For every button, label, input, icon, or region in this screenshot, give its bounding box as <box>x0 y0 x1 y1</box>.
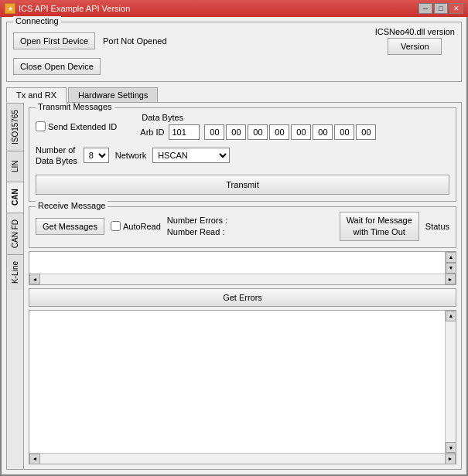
receive-scroll-up[interactable]: ▲ <box>446 252 456 263</box>
wait-for-message-button[interactable]: Wait for Message with Time Out <box>340 212 419 241</box>
connecting-group: Connecting Open First Device Port Not Op… <box>6 22 462 82</box>
receive-scroll-down[interactable]: ▼ <box>446 263 456 274</box>
num-data-bytes-select[interactable]: 8 1 2 3 4 5 6 7 <box>84 148 109 163</box>
tab-tx-rx[interactable]: Tx and RX <box>6 87 67 103</box>
receive-content <box>29 252 445 274</box>
auto-read-checkbox[interactable] <box>111 221 121 231</box>
data-bytes-label: Data Bytes <box>142 113 376 122</box>
arb-id-label: Arb ID <box>140 128 164 137</box>
minimize-button[interactable]: ─ <box>418 3 432 14</box>
transmit-button[interactable]: Transmit <box>36 175 449 195</box>
transmit-group: Transmit Messages Send Extended ID Data … <box>29 107 456 202</box>
side-tab-can-fd[interactable]: CAN FD <box>7 212 23 254</box>
data-byte-4[interactable] <box>291 124 311 140</box>
tab-inner: ISO15765 LIN CAN CAN FD K-Line Transmit … <box>7 103 461 469</box>
receive-h-scrollbar: ◄ ► <box>29 274 456 284</box>
data-bytes-row <box>204 124 376 140</box>
main-window: Connecting Open First Device Port Not Op… <box>0 17 468 476</box>
errors-scroll-area: ▲ ▼ ◄ ► <box>29 310 456 464</box>
send-extended-id-checkbox[interactable] <box>36 121 46 131</box>
tab-hardware-settings[interactable]: Hardware Settings <box>68 87 159 103</box>
errors-scroll-up[interactable]: ▲ <box>446 311 456 321</box>
version-button[interactable]: Version <box>388 38 442 55</box>
title-controls: ─ □ ✕ <box>418 3 463 14</box>
errors-scroll-right[interactable]: ► <box>445 454 456 464</box>
get-messages-button[interactable]: Get Messages <box>36 218 104 235</box>
side-tab-iso15765[interactable]: ISO15765 <box>7 103 23 151</box>
data-byte-7[interactable] <box>356 124 376 140</box>
transmit-row2: Number of Data Bytes 8 1 2 3 4 5 6 7 <box>36 144 449 167</box>
connecting-group-title: Connecting <box>13 16 61 26</box>
title-bar: ★ ICS API Example API Version ─ □ ✕ <box>0 0 468 17</box>
errors-section: Number Errors : Number Read : <box>167 216 333 236</box>
number-errors-label: Number Errors : <box>167 216 227 225</box>
dll-label: ICSNeo40.dll version <box>375 27 455 36</box>
dll-version-section: ICSNeo40.dll version Version <box>375 27 455 55</box>
number-read-row: Number Read : <box>167 227 333 236</box>
arb-id-input[interactable]: 101 <box>169 124 200 140</box>
data-byte-6[interactable] <box>334 124 354 140</box>
auto-read-text: AutoRead <box>123 222 161 231</box>
main-content: Transmit Messages Send Extended ID Data … <box>24 103 461 469</box>
receive-scroll-right[interactable]: ► <box>445 274 456 284</box>
auto-read-label[interactable]: AutoRead <box>111 221 161 231</box>
errors-content <box>29 311 445 453</box>
data-byte-0[interactable] <box>204 124 224 140</box>
title-bar-left: ★ ICS API Example API Version <box>5 3 130 14</box>
side-tabs: ISO15765 LIN CAN CAN FD K-Line <box>7 103 24 469</box>
receive-group: Receive Message Get Messages AutoRead Nu… <box>29 206 456 248</box>
get-errors-button[interactable]: Get Errors <box>29 288 456 307</box>
transmit-group-title: Transmit Messages <box>36 103 114 111</box>
number-errors-row: Number Errors : <box>167 216 333 225</box>
send-extended-id-text: Send Extended ID <box>48 122 117 131</box>
close-open-device-button[interactable]: Close Open Device <box>13 58 101 75</box>
receive-v-scrollbar: ▲ ▼ <box>445 252 456 274</box>
data-byte-3[interactable] <box>269 124 289 140</box>
data-byte-5[interactable] <box>313 124 333 140</box>
errors-h-scrollbar: ◄ ► <box>29 453 456 464</box>
status-label: Status <box>425 222 449 231</box>
errors-scrollable-inner: ▲ ▼ <box>29 311 456 453</box>
receive-scroll-left[interactable]: ◄ <box>29 274 40 284</box>
tab-container: Tx and RX Hardware Settings ISO15765 LIN… <box>6 87 462 470</box>
maximize-button[interactable]: □ <box>434 3 448 14</box>
data-byte-2[interactable] <box>248 124 268 140</box>
errors-v-scrollbar: ▲ ▼ <box>445 311 456 453</box>
arb-id-row: Arb ID 101 <box>140 124 376 140</box>
errors-scroll-left[interactable]: ◄ <box>29 454 40 464</box>
side-tab-k-line[interactable]: K-Line <box>7 254 23 290</box>
connecting-row2: Close Open Device <box>13 58 455 75</box>
network-select[interactable]: HSCAN MSCAN SWCAN LSFTCAN <box>152 148 230 163</box>
side-tab-can[interactable]: CAN <box>7 182 23 212</box>
connecting-row1: Open First Device Port Not Opened ICSNeo… <box>13 27 455 55</box>
num-data-bytes-label: Number of Data Bytes <box>36 144 77 167</box>
receive-row: Get Messages AutoRead Number Errors : <box>36 212 449 241</box>
app-icon: ★ <box>5 3 15 14</box>
open-first-device-button[interactable]: Open First Device <box>13 32 95 49</box>
title-text: ICS API Example API Version <box>19 4 130 13</box>
tab-content: ISO15765 LIN CAN CAN FD K-Line Transmit … <box>6 102 462 470</box>
data-byte-1[interactable] <box>226 124 246 140</box>
transmit-row1: Send Extended ID Data Bytes Arb ID 101 <box>36 113 449 140</box>
receive-group-title: Receive Message <box>36 201 108 210</box>
receive-scrollable-inner: ▲ ▼ <box>29 252 456 274</box>
number-read-label: Number Read : <box>167 227 225 236</box>
side-tab-lin[interactable]: LIN <box>7 151 23 182</box>
receive-scroll-area: ▲ ▼ ◄ ► <box>29 251 456 285</box>
send-extended-id-label[interactable]: Send Extended ID <box>36 121 117 131</box>
close-button[interactable]: ✕ <box>449 3 463 14</box>
errors-scroll-down[interactable]: ▼ <box>446 442 456 453</box>
port-status: Port Not Opened <box>103 36 167 46</box>
tab-header: Tx and RX Hardware Settings <box>6 87 462 102</box>
network-label: Network <box>115 151 146 160</box>
